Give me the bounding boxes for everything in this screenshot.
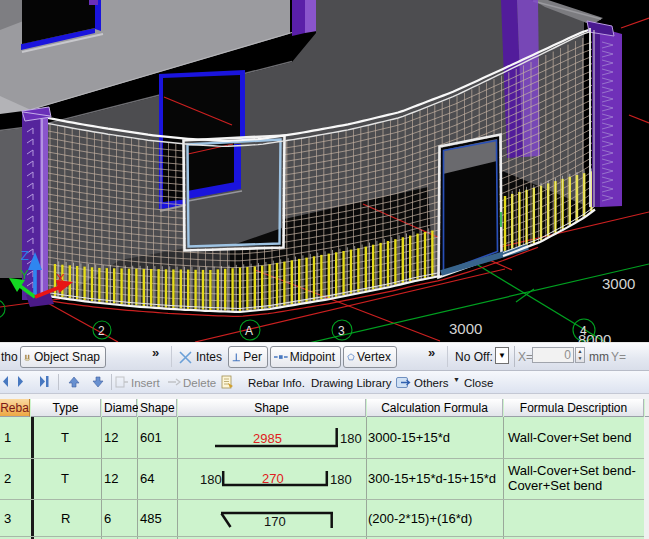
svg-text:Y: Y [20,267,29,282]
svg-text:3: 3 [338,324,345,338]
svg-text:180: 180 [330,472,352,487]
svg-text:8000: 8000 [578,331,611,342]
svg-text:180: 180 [200,472,222,487]
svg-text:X: X [56,271,65,286]
svg-text:2985: 2985 [253,431,282,446]
svg-text:3000: 3000 [602,275,635,292]
svg-text:2: 2 [98,324,105,338]
svg-text:Z: Z [21,248,29,263]
svg-text:3000: 3000 [449,320,482,337]
svg-text:180: 180 [340,431,362,446]
svg-text:170: 170 [264,514,286,529]
svg-text:A: A [245,324,253,338]
svg-text:270: 270 [262,471,284,486]
